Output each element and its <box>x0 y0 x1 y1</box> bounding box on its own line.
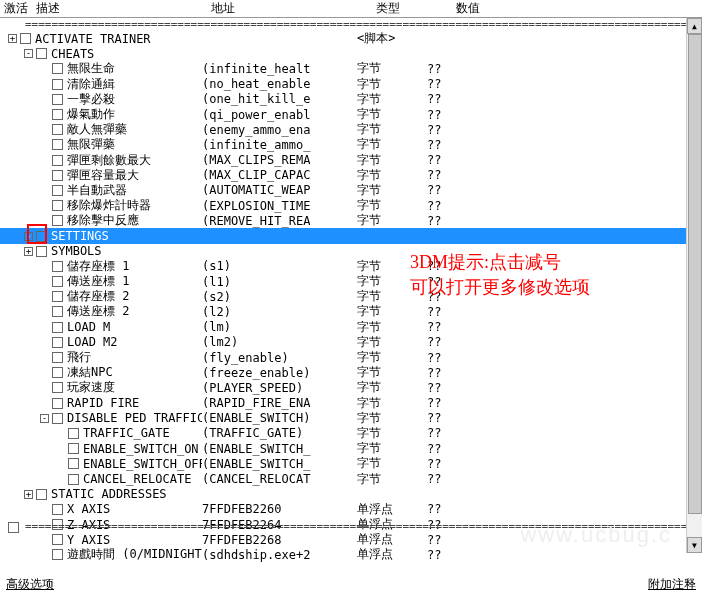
infinite-ammo-row[interactable]: 無限彈藥(infinite_ammo_字节?? <box>0 137 702 152</box>
static-addr-toggle[interactable]: + <box>24 490 33 499</box>
no-heat-val: ?? <box>427 77 441 91</box>
save-coord-2-checkbox[interactable] <box>52 291 63 302</box>
save-coord-1-checkbox[interactable] <box>52 261 63 272</box>
cheats-group-checkbox[interactable] <box>36 48 47 59</box>
scroll-down-icon[interactable]: ▼ <box>687 537 702 553</box>
rapid-fire-checkbox[interactable] <box>52 398 63 409</box>
save-coord-2-row[interactable]: 儲存座標 2(s2)字节?? <box>0 289 702 304</box>
load-m2-desc: LOAD M2 <box>67 335 202 349</box>
traffic-gate-desc: TRAFFIC_GATE <box>83 426 202 440</box>
y-axis-checkbox[interactable] <box>52 534 63 545</box>
static-addr-checkbox[interactable] <box>36 489 47 500</box>
load-coord-1-row[interactable]: 傳送座標 1(l1)字节?? <box>0 274 702 289</box>
col-addr[interactable]: 地址 <box>207 0 372 17</box>
freeze-npc-row[interactable]: 凍結NPC(freeze_enable)字节?? <box>0 365 702 380</box>
scroll-thumb[interactable] <box>688 34 702 514</box>
bottom-checkbox[interactable] <box>8 522 19 533</box>
load-coord-2-checkbox[interactable] <box>52 306 63 317</box>
tree-content: ========================================… <box>0 18 702 573</box>
enable-switch-off-checkbox[interactable] <box>68 458 79 469</box>
max-clip-cap-row[interactable]: 彈匣容量最大(MAX_CLIP_CAPAC字节?? <box>0 168 702 183</box>
player-speed-checkbox[interactable] <box>52 382 63 393</box>
remove-hit-val: ?? <box>427 214 441 228</box>
qi-power-checkbox[interactable] <box>52 109 63 120</box>
remove-hit-row[interactable]: 移除擊中反應(REMOVE_HIT_REA字节?? <box>0 213 702 228</box>
rapid-fire-desc: RAPID FIRE <box>67 396 202 410</box>
col-desc[interactable]: 描述 <box>32 0 207 17</box>
activate-trainer-checkbox[interactable] <box>20 33 31 44</box>
infinite-health-checkbox[interactable] <box>52 63 63 74</box>
settings-group-checkbox[interactable] <box>36 231 47 242</box>
disable-ped-desc: DISABLE PED TRAFFIC <box>67 411 202 425</box>
activate-trainer-toggle[interactable]: + <box>8 34 17 43</box>
advanced-options-link[interactable]: 高级选项 <box>6 576 54 593</box>
no-heat-checkbox[interactable] <box>52 79 63 90</box>
infinite-health-row[interactable]: 無限生命(infinite_healt字节?? <box>0 61 702 76</box>
x-axis-row[interactable]: X AXIS7FFDFEB2260单浮点?? <box>0 502 702 517</box>
activate-trainer-row[interactable]: +ACTIVATE TRAINER<脚本> <box>0 31 702 46</box>
add-comment-link[interactable]: 附加注释 <box>648 576 696 593</box>
traffic-gate-row[interactable]: TRAFFIC_GATE(TRAFFIC_GATE)字节?? <box>0 426 702 441</box>
divider-bottom: ========================================… <box>25 520 702 533</box>
auto-weapon-row[interactable]: 半自動武器(AUTOMATIC_WEAP字节?? <box>0 183 702 198</box>
qi-power-row[interactable]: 爆氣動作(qi_power_enabl字节?? <box>0 107 702 122</box>
symbols-group-toggle[interactable]: + <box>24 247 33 256</box>
load-coord-1-val: ?? <box>427 275 441 289</box>
cheats-group-toggle[interactable]: - <box>24 49 33 58</box>
symbols-group-checkbox[interactable] <box>36 246 47 257</box>
enable-switch-on-row[interactable]: ENABLE_SWITCH_ON(ENABLE_SWITCH_字节?? <box>0 441 702 456</box>
scroll-up-icon[interactable]: ▲ <box>687 18 702 34</box>
player-speed-row[interactable]: 玩家速度(PLAYER_SPEED)字节?? <box>0 380 702 395</box>
freeze-npc-checkbox[interactable] <box>52 367 63 378</box>
qi-power-addr: (qi_power_enabl <box>202 108 357 122</box>
remove-hit-type: 字节 <box>357 212 427 229</box>
load-coord-1-checkbox[interactable] <box>52 276 63 287</box>
load-m-row[interactable]: LOAD M(lm)字节?? <box>0 320 702 335</box>
one-hit-kill-checkbox[interactable] <box>52 94 63 105</box>
max-clips-row[interactable]: 彈匣剩餘數最大(MAX_CLIPS_REMA字节?? <box>0 153 702 168</box>
col-value[interactable]: 数值 <box>452 0 484 17</box>
disable-ped-toggle[interactable]: - <box>40 414 49 423</box>
auto-weapon-checkbox[interactable] <box>52 185 63 196</box>
static-addr-row[interactable]: +STATIC ADDRESSES <box>0 487 702 502</box>
fly-row[interactable]: 飛行(fly_enable)字节?? <box>0 350 702 365</box>
x-axis-addr: 7FFDFEB2260 <box>202 502 357 516</box>
infinite-ammo-checkbox[interactable] <box>52 139 63 150</box>
no-heat-row[interactable]: 清除通緝(no_heat_enable字节?? <box>0 77 702 92</box>
enemy-ammo-checkbox[interactable] <box>52 124 63 135</box>
disable-ped-checkbox[interactable] <box>52 413 63 424</box>
cheats-group-row[interactable]: -CHEATS <box>0 46 702 61</box>
x-axis-checkbox[interactable] <box>52 504 63 515</box>
cancel-relocate-checkbox[interactable] <box>68 474 79 485</box>
explosion-time-row[interactable]: 移除爆炸計時器(EXPLOSION_TIME字节?? <box>0 198 702 213</box>
rapid-fire-row[interactable]: RAPID FIRE(RAPID_FIRE_ENA字节?? <box>0 396 702 411</box>
settings-group-row[interactable]: -SETTINGS <box>0 228 702 243</box>
col-type[interactable]: 类型 <box>372 0 452 17</box>
load-coord-2-row[interactable]: 傳送座標 2(l2)字节?? <box>0 304 702 319</box>
y-axis-row[interactable]: Y AXIS7FFDFEB2268单浮点?? <box>0 532 702 547</box>
col-active[interactable]: 激活 <box>0 0 32 17</box>
load-m2-checkbox[interactable] <box>52 337 63 348</box>
enable-switch-on-checkbox[interactable] <box>68 443 79 454</box>
traffic-gate-val: ?? <box>427 426 441 440</box>
enable-switch-off-row[interactable]: ENABLE_SWITCH_OFF(ENABLE_SWITCH_字节?? <box>0 456 702 471</box>
max-clip-cap-checkbox[interactable] <box>52 170 63 181</box>
load-m2-row[interactable]: LOAD M2(lm2)字节?? <box>0 335 702 350</box>
load-m-checkbox[interactable] <box>52 322 63 333</box>
disable-ped-row[interactable]: -DISABLE PED TRAFFIC(ENABLE_SWITCH)字节?? <box>0 411 702 426</box>
one-hit-kill-row[interactable]: 一擊必殺(one_hit_kill_e字节?? <box>0 92 702 107</box>
game-time-checkbox[interactable] <box>52 549 63 560</box>
settings-group-toggle[interactable]: - <box>24 232 33 241</box>
cancel-relocate-row[interactable]: CANCEL_RELOCATE(CANCEL_RELOCAT字节?? <box>0 471 702 486</box>
load-coord-2-val: ?? <box>427 305 441 319</box>
fly-checkbox[interactable] <box>52 352 63 363</box>
max-clips-checkbox[interactable] <box>52 155 63 166</box>
explosion-time-checkbox[interactable] <box>52 200 63 211</box>
symbols-group-row[interactable]: +SYMBOLS <box>0 244 702 259</box>
remove-hit-checkbox[interactable] <box>52 215 63 226</box>
game-time-row[interactable]: 遊戲時間 (0/MIDNIGHT(sdhdship.exe+2单浮点?? <box>0 547 702 562</box>
traffic-gate-checkbox[interactable] <box>68 428 79 439</box>
enemy-ammo-row[interactable]: 敵人無彈藥(enemy_ammo_ena字节?? <box>0 122 702 137</box>
vertical-scrollbar[interactable]: ▲ ▼ <box>686 18 702 553</box>
save-coord-1-row[interactable]: 儲存座標 1(s1)字节?? <box>0 259 702 274</box>
